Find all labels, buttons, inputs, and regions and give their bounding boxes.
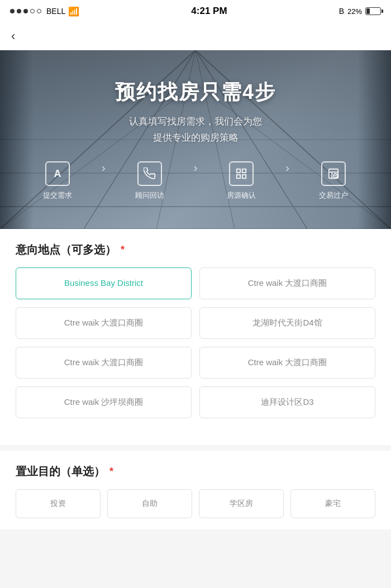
- step-4: 交易过户: [293, 161, 374, 200]
- signal-dots: [10, 9, 41, 13]
- location-item-5-label: Ctre waik 大渡口商圈: [248, 357, 327, 367]
- svg-rect-13: [242, 169, 246, 173]
- section-divider: [0, 445, 391, 451]
- location-item-7-label: 迪拜设计区D3: [261, 397, 313, 407]
- hero-title: 预约找房只需4步: [115, 79, 276, 106]
- purpose-item-3-label: 豪宅: [325, 499, 341, 508]
- main-content: 意向地点（可多选） * Business Bay District Ctre w…: [0, 229, 391, 445]
- status-bar: BELL 📶 4:21 PM B 22%: [0, 0, 391, 22]
- location-item-5[interactable]: Ctre waik 大渡口商圈: [199, 347, 375, 379]
- arrow1: ›: [98, 161, 109, 187]
- svg-rect-12: [237, 169, 240, 173]
- dot1: [10, 9, 15, 13]
- hero-subtitle: 认真填写找房需求，我们会为您 提供专业的购房策略: [115, 114, 276, 146]
- status-left: BELL 📶: [10, 6, 79, 17]
- location-item-4-label: Ctre waik 大渡口商圈: [64, 357, 144, 367]
- back-bar: ‹: [0, 22, 391, 50]
- step4-icon: [321, 161, 346, 186]
- purpose-item-1-label: 自助: [142, 499, 158, 508]
- purpose-item-1[interactable]: 自助: [107, 489, 192, 518]
- location-item-3[interactable]: 龙湖时代天街D4馆: [199, 307, 375, 339]
- bluetooth-icon: B: [339, 7, 344, 16]
- step3-label: 房源确认: [227, 190, 256, 200]
- purpose-item-2[interactable]: 学区房: [199, 489, 284, 518]
- location-item-1-label: Ctre waik 大渡口商圈: [248, 278, 327, 288]
- location-item-6[interactable]: Ctre waik 沙坪坝商圈: [16, 386, 192, 418]
- location-item-1[interactable]: Ctre waik 大渡口商圈: [199, 267, 375, 299]
- step3-icon: [229, 161, 254, 186]
- dot2: [17, 9, 21, 13]
- back-button[interactable]: ‹: [11, 29, 15, 44]
- location-title-text: 意向地点（可多选）: [16, 242, 116, 257]
- arrow3: ›: [282, 161, 293, 187]
- step2-icon: [137, 161, 162, 186]
- location-item-0-label: Business Bay District: [64, 278, 143, 288]
- dot4: [30, 9, 35, 13]
- step4-label: 交易过户: [319, 190, 348, 200]
- location-grid: Business Bay District Ctre waik 大渡口商圈 Ct…: [16, 267, 375, 418]
- purpose-grid: 投资 自助 学区房 豪宅: [16, 489, 375, 518]
- step-1: A 提交需求: [17, 161, 98, 200]
- dot3: [23, 9, 28, 13]
- status-right: B 22%: [339, 7, 381, 16]
- location-item-4[interactable]: Ctre waik 大渡口商圈: [16, 347, 192, 379]
- purpose-section-title: 置业目的（单选） *: [16, 464, 375, 479]
- step1-label: 提交需求: [43, 190, 72, 200]
- wifi-icon: 📶: [68, 6, 79, 17]
- arrow2: ›: [190, 161, 201, 187]
- purpose-item-3[interactable]: 豪宅: [290, 489, 375, 518]
- location-section-title: 意向地点（可多选） *: [16, 242, 375, 257]
- battery-icon: [365, 7, 381, 15]
- step1-icon: A: [45, 161, 70, 186]
- location-required-star: *: [121, 244, 125, 256]
- battery-fill: [366, 8, 370, 14]
- hero-banner: 预约找房只需4步 认真填写找房需求，我们会为您 提供专业的购房策略 A 提交需求…: [0, 50, 391, 229]
- hero-subtitle-line2: 提供专业的购房策略: [153, 132, 239, 143]
- purpose-item-0[interactable]: 投资: [16, 489, 101, 518]
- purpose-item-2-label: 学区房: [230, 499, 253, 508]
- svg-rect-14: [237, 175, 240, 178]
- step-3: 房源确认: [201, 161, 282, 200]
- purpose-required-star: *: [109, 466, 113, 477]
- purpose-item-0-label: 投资: [50, 499, 66, 508]
- dot5: [37, 9, 41, 13]
- location-item-7[interactable]: 迪拜设计区D3: [199, 386, 375, 418]
- location-item-3-label: 龙湖时代天街D4馆: [252, 318, 322, 327]
- location-item-2-label: Ctre waik 大渡口商圈: [64, 318, 144, 327]
- step2-label: 顾问回访: [135, 190, 164, 200]
- status-time: 4:21 PM: [191, 6, 227, 17]
- step-2: 顾问回访: [109, 161, 190, 200]
- steps-row: A 提交需求 › 顾问回访 › 房源确认 ›: [0, 161, 391, 200]
- location-item-2[interactable]: Ctre waik 大渡口商圈: [16, 307, 192, 339]
- purpose-title-text: 置业目的（单选）: [16, 464, 105, 479]
- purpose-section: 置业目的（单选） * 投资 自助 学区房 豪宅: [0, 451, 391, 529]
- hero-content: 预约找房只需4步 认真填写找房需求，我们会为您 提供专业的购房策略: [93, 79, 298, 146]
- battery-label: 22%: [347, 7, 362, 16]
- carrier-label: BELL: [46, 7, 65, 16]
- location-item-0[interactable]: Business Bay District: [16, 267, 192, 299]
- hero-subtitle-line1: 认真填写找房需求，我们会为您: [129, 116, 262, 127]
- location-item-6-label: Ctre waik 沙坪坝商圈: [64, 397, 144, 407]
- svg-rect-15: [242, 175, 246, 178]
